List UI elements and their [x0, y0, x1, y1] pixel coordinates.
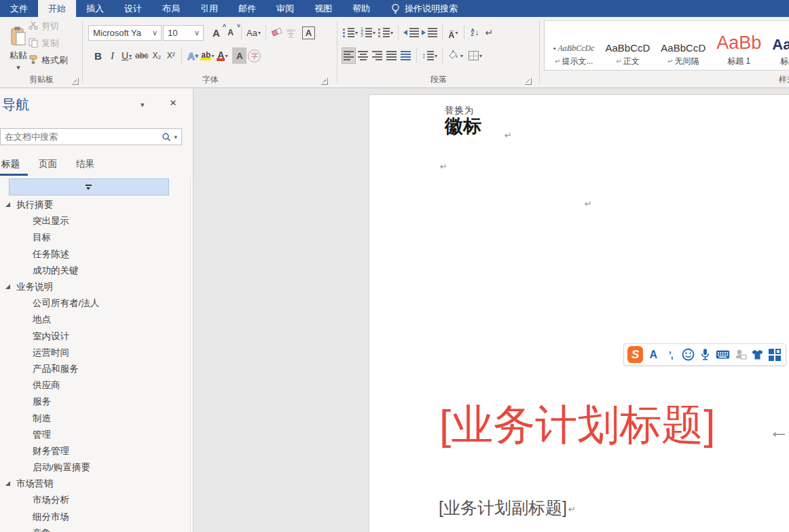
document-search-box[interactable]: ▾	[0, 128, 182, 145]
nav-tree-item[interactable]: 细分市场	[0, 509, 189, 525]
nav-tree-item[interactable]: 管理	[0, 427, 189, 443]
style-hint[interactable]: •AaBbCcDc↵提示文...	[548, 24, 600, 67]
nav-tab[interactable]: 标题	[1, 158, 20, 176]
enclose-characters-button[interactable]: 字	[246, 48, 262, 64]
ribbon-tab[interactable]: 布局	[152, 0, 190, 17]
format-painter-button[interactable]: 格式刷	[29, 55, 68, 66]
font-family-combo[interactable]: Microsoft Ya ∨	[88, 25, 162, 41]
nav-tree-item[interactable]: 竞争	[0, 525, 189, 532]
ribbon-tab[interactable]: 引用	[190, 0, 228, 17]
decrease-indent-button[interactable]	[402, 24, 420, 41]
phonetic-guide-button[interactable]: wén 文	[284, 24, 298, 41]
business-plan-subtitle[interactable]: [业务计划副标题]↵	[439, 497, 576, 519]
nav-tree-item[interactable]: 任务陈述	[0, 246, 189, 263]
tell-me-search[interactable]: 操作说明搜索	[384, 0, 464, 17]
underline-button[interactable]: U	[120, 48, 134, 64]
ime-punctuation-icon[interactable]: ’,	[663, 347, 678, 363]
style-h1[interactable]: AaBb标题 1	[711, 24, 767, 67]
grow-font-button[interactable]: A˄	[209, 24, 223, 41]
nav-tree-item-selected[interactable]	[9, 178, 169, 195]
copy-button[interactable]: 复制	[29, 38, 68, 49]
nav-tree-item[interactable]: 运营时间	[0, 345, 189, 361]
borders-button[interactable]	[467, 48, 483, 64]
sogou-logo-icon[interactable]: S	[627, 346, 643, 363]
strikethrough-button[interactable]: abc	[134, 48, 149, 64]
subscript-button[interactable]: X₂	[149, 48, 164, 64]
numbered-list-button[interactable]: 1 2 3	[359, 24, 377, 41]
ribbon-tab[interactable]: 开始	[38, 0, 76, 17]
ribbon-tab[interactable]: 帮助	[342, 0, 380, 17]
asian-layout-button[interactable]: ↔ A	[446, 24, 460, 41]
font-size-combo[interactable]: 10 ∨	[163, 25, 204, 41]
change-case-button[interactable]: Aa	[245, 24, 262, 41]
multilevel-list-button[interactable]	[377, 24, 395, 41]
nav-tree-item[interactable]: 供应商	[0, 377, 189, 394]
align-center-button[interactable]	[356, 48, 370, 64]
nav-tree-item[interactable]: 公司所有者/法人	[0, 295, 189, 311]
ime-skin-icon[interactable]	[750, 347, 765, 363]
nav-tab[interactable]: 页面	[39, 158, 57, 176]
nav-tree-item[interactable]: 室内设计	[0, 328, 189, 345]
font-color-button[interactable]: A	[215, 48, 230, 64]
sort-button[interactable]: AZ ↓	[468, 24, 482, 41]
pane-options-chevron-icon[interactable]: ▾	[141, 100, 145, 109]
nav-tree-item[interactable]: 制造	[0, 410, 189, 426]
nav-tree-item[interactable]: 业务说明	[0, 279, 189, 295]
style-nospace[interactable]: AaBbCcD↵无间隔	[655, 24, 711, 67]
style-h2[interactable]: AaBb标题 2	[767, 24, 789, 67]
close-pane-icon[interactable]: ×	[170, 96, 177, 110]
ribbon-tab[interactable]: 文件	[0, 0, 38, 17]
expand-triangle-icon[interactable]	[5, 481, 10, 486]
ribbon-tab[interactable]: 视图	[304, 0, 342, 17]
search-input[interactable]	[1, 132, 160, 142]
shading-button[interactable]	[446, 48, 464, 64]
text-effects-button[interactable]: A	[185, 48, 200, 64]
ime-language-mode-icon[interactable]: A	[646, 347, 661, 363]
clear-formatting-button[interactable]	[270, 24, 284, 41]
superscript-button[interactable]: X²	[164, 48, 178, 64]
search-options-chevron-icon[interactable]: ▾	[172, 134, 181, 140]
nav-tree-item[interactable]: 启动/购置摘要	[0, 459, 189, 476]
nav-tree-item[interactable]: 财务管理	[0, 443, 189, 459]
align-right-button[interactable]	[370, 48, 384, 64]
business-plan-title[interactable]: [业务计划标题]	[439, 396, 715, 453]
nav-tree-item[interactable]: 突出显示	[0, 213, 189, 229]
ribbon-tab[interactable]: 邮件	[228, 0, 266, 17]
line-spacing-button[interactable]: ↕	[420, 48, 439, 64]
bold-button[interactable]: B	[91, 48, 105, 64]
nav-tree-item[interactable]: 产品和服务	[0, 361, 189, 377]
style-normal[interactable]: AaBbCcD↵正文	[600, 24, 656, 67]
ime-contact-icon[interactable]	[733, 347, 748, 363]
expand-triangle-icon[interactable]	[5, 202, 10, 207]
cut-button[interactable]: 剪切	[29, 21, 68, 32]
nav-tree-item[interactable]: 服务	[0, 394, 189, 410]
logo-placeholder[interactable]: 替换为 徽标	[445, 104, 481, 136]
distribute-button[interactable]	[399, 48, 413, 64]
ribbon-tab[interactable]: 设计	[114, 0, 152, 17]
ime-toolbox-icon[interactable]	[767, 347, 782, 363]
justify-button[interactable]	[384, 48, 399, 64]
ribbon-tab[interactable]: 审阅	[266, 0, 304, 17]
nav-tree-item[interactable]: 执行摘要	[0, 197, 189, 213]
show-marks-button[interactable]: ↵	[482, 24, 496, 41]
text-highlight-button[interactable]: ab	[200, 48, 215, 64]
bullet-list-button[interactable]	[342, 24, 359, 41]
ime-microphone-icon[interactable]	[698, 347, 713, 363]
search-icon[interactable]	[160, 132, 172, 142]
ime-keyboard-icon[interactable]	[716, 347, 731, 363]
nav-tree-item[interactable]: 成功的关键	[0, 263, 189, 279]
expand-triangle-icon[interactable]	[5, 284, 10, 289]
ime-emoji-icon[interactable]	[681, 347, 696, 363]
nav-scrollbar[interactable]	[190, 178, 193, 532]
nav-tree-item[interactable]: 目标	[0, 229, 189, 246]
shrink-font-button[interactable]: A˅	[223, 24, 238, 41]
italic-button[interactable]: I	[105, 48, 120, 64]
nav-tree-item[interactable]: 地点	[0, 311, 189, 328]
align-left-button[interactable]	[342, 48, 356, 64]
document-page[interactable]: 替换为 徽标 ↵ ↵ ↵ [业务计划标题] ← [业务计划副标题]↵	[369, 94, 789, 532]
increase-indent-button[interactable]	[420, 24, 439, 41]
character-border-button[interactable]: A	[301, 24, 316, 41]
nav-tab[interactable]: 结果	[76, 158, 94, 176]
nav-tree-item[interactable]: 市场营销	[0, 476, 189, 492]
character-shading-button[interactable]: A	[232, 48, 246, 64]
